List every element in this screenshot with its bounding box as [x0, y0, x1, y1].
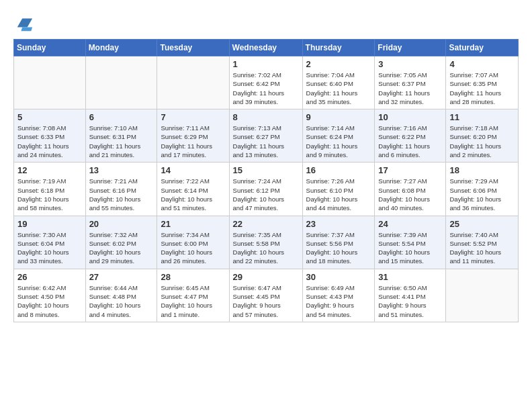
day-info: Sunrise: 7:10 AM Sunset: 6:31 PM Dayligh…: [89, 124, 154, 159]
calendar-body: 1Sunrise: 7:02 AM Sunset: 6:42 PM Daylig…: [14, 56, 519, 322]
day-number: 13: [89, 165, 154, 175]
calendar-cell: 13Sunrise: 7:21 AM Sunset: 6:16 PM Dayli…: [85, 163, 157, 216]
day-number: 18: [449, 165, 515, 175]
day-number: 30: [306, 272, 371, 282]
svg-marker-0: [17, 18, 32, 27]
day-number: 24: [378, 219, 442, 229]
page: SundayMondayTuesdayWednesdayThursdayFrid…: [0, 0, 532, 336]
day-info: Sunrise: 7:29 AM Sunset: 6:06 PM Dayligh…: [449, 177, 515, 212]
week-row-4: 19Sunrise: 7:30 AM Sunset: 6:04 PM Dayli…: [14, 216, 519, 269]
calendar-cell: 27Sunrise: 6:44 AM Sunset: 4:48 PM Dayli…: [85, 269, 157, 322]
weekday-header-tuesday: Tuesday: [157, 40, 229, 56]
day-number: 16: [306, 165, 371, 175]
calendar-cell: 31Sunrise: 6:50 AM Sunset: 4:41 PM Dayli…: [375, 269, 446, 322]
weekday-header-thursday: Thursday: [302, 40, 375, 56]
week-row-1: 1Sunrise: 7:02 AM Sunset: 6:42 PM Daylig…: [14, 56, 519, 109]
day-info: Sunrise: 7:04 AM Sunset: 6:40 PM Dayligh…: [306, 71, 371, 106]
calendar-cell: 25Sunrise: 7:40 AM Sunset: 5:52 PM Dayli…: [446, 216, 519, 269]
calendar-cell: 16Sunrise: 7:26 AM Sunset: 6:10 PM Dayli…: [302, 163, 375, 216]
day-info: Sunrise: 7:35 AM Sunset: 5:58 PM Dayligh…: [233, 230, 299, 266]
day-number: 11: [449, 112, 515, 122]
day-number: 6: [89, 112, 154, 122]
day-info: Sunrise: 7:34 AM Sunset: 6:00 PM Dayligh…: [161, 230, 225, 266]
calendar-cell: 1Sunrise: 7:02 AM Sunset: 6:42 PM Daylig…: [229, 56, 302, 109]
calendar-cell: [157, 56, 229, 109]
day-number: 19: [17, 219, 82, 229]
day-number: 31: [378, 272, 442, 282]
calendar-cell: 14Sunrise: 7:22 AM Sunset: 6:14 PM Dayli…: [157, 163, 229, 216]
calendar-cell: 9Sunrise: 7:14 AM Sunset: 6:24 PM Daylig…: [302, 109, 375, 163]
day-info: Sunrise: 6:45 AM Sunset: 4:47 PM Dayligh…: [161, 283, 225, 319]
day-info: Sunrise: 7:26 AM Sunset: 6:10 PM Dayligh…: [306, 177, 371, 212]
weekday-header-saturday: Saturday: [446, 40, 519, 56]
day-number: 26: [17, 272, 82, 282]
day-info: Sunrise: 6:44 AM Sunset: 4:48 PM Dayligh…: [89, 283, 154, 319]
calendar-cell: 6Sunrise: 7:10 AM Sunset: 6:31 PM Daylig…: [85, 109, 157, 163]
day-info: Sunrise: 7:21 AM Sunset: 6:16 PM Dayligh…: [89, 177, 154, 212]
day-info: Sunrise: 7:05 AM Sunset: 6:37 PM Dayligh…: [378, 71, 442, 106]
weekday-row: SundayMondayTuesdayWednesdayThursdayFrid…: [14, 40, 519, 56]
calendar-cell: [14, 56, 86, 109]
calendar-cell: 12Sunrise: 7:19 AM Sunset: 6:18 PM Dayli…: [14, 163, 86, 216]
day-number: 10: [378, 112, 442, 122]
day-number: 21: [161, 219, 225, 229]
day-number: 9: [306, 112, 371, 122]
day-number: 22: [233, 219, 299, 229]
day-number: 25: [449, 219, 515, 229]
day-info: Sunrise: 7:02 AM Sunset: 6:42 PM Dayligh…: [233, 71, 299, 106]
day-info: Sunrise: 7:24 AM Sunset: 6:12 PM Dayligh…: [233, 177, 299, 212]
calendar-cell: 28Sunrise: 6:45 AM Sunset: 4:47 PM Dayli…: [157, 269, 229, 322]
day-info: Sunrise: 7:39 AM Sunset: 5:54 PM Dayligh…: [378, 230, 442, 266]
calendar-cell: 20Sunrise: 7:32 AM Sunset: 6:02 PM Dayli…: [85, 216, 157, 269]
calendar-cell: [85, 56, 157, 109]
day-number: 2: [306, 59, 371, 69]
day-number: 20: [89, 219, 154, 229]
day-number: 29: [233, 272, 299, 282]
day-info: Sunrise: 7:18 AM Sunset: 6:20 PM Dayligh…: [449, 124, 515, 159]
calendar-cell: 18Sunrise: 7:29 AM Sunset: 6:06 PM Dayli…: [446, 163, 519, 216]
calendar-cell: 8Sunrise: 7:13 AM Sunset: 6:27 PM Daylig…: [229, 109, 302, 163]
calendar-cell: 24Sunrise: 7:39 AM Sunset: 5:54 PM Dayli…: [375, 216, 446, 269]
day-number: 28: [161, 272, 225, 282]
day-info: Sunrise: 7:37 AM Sunset: 5:56 PM Dayligh…: [306, 230, 371, 266]
calendar-header: SundayMondayTuesdayWednesdayThursdayFrid…: [14, 40, 519, 56]
weekday-header-friday: Friday: [375, 40, 446, 56]
calendar-cell: 17Sunrise: 7:27 AM Sunset: 6:08 PM Dayli…: [375, 163, 446, 216]
week-row-3: 12Sunrise: 7:19 AM Sunset: 6:18 PM Dayli…: [14, 163, 519, 216]
calendar-cell: 26Sunrise: 6:42 AM Sunset: 4:50 PM Dayli…: [14, 269, 86, 322]
calendar-cell: 2Sunrise: 7:04 AM Sunset: 6:40 PM Daylig…: [302, 56, 375, 109]
day-info: Sunrise: 7:14 AM Sunset: 6:24 PM Dayligh…: [306, 124, 371, 159]
day-info: Sunrise: 7:07 AM Sunset: 6:35 PM Dayligh…: [449, 71, 515, 106]
day-info: Sunrise: 6:42 AM Sunset: 4:50 PM Dayligh…: [17, 283, 82, 319]
calendar-cell: 7Sunrise: 7:11 AM Sunset: 6:29 PM Daylig…: [157, 109, 229, 163]
week-row-5: 26Sunrise: 6:42 AM Sunset: 4:50 PM Dayli…: [14, 269, 519, 322]
calendar-cell: 23Sunrise: 7:37 AM Sunset: 5:56 PM Dayli…: [302, 216, 375, 269]
day-number: 3: [378, 59, 442, 69]
day-info: Sunrise: 7:16 AM Sunset: 6:22 PM Dayligh…: [378, 124, 442, 159]
weekday-header-monday: Monday: [85, 40, 157, 56]
calendar: SundayMondayTuesdayWednesdayThursdayFrid…: [13, 39, 519, 322]
calendar-cell: 19Sunrise: 7:30 AM Sunset: 6:04 PM Dayli…: [14, 216, 86, 269]
day-info: Sunrise: 7:19 AM Sunset: 6:18 PM Dayligh…: [17, 177, 82, 212]
calendar-cell: 21Sunrise: 7:34 AM Sunset: 6:00 PM Dayli…: [157, 216, 229, 269]
day-number: 8: [233, 112, 299, 122]
weekday-header-sunday: Sunday: [14, 40, 86, 56]
day-info: Sunrise: 6:50 AM Sunset: 4:41 PM Dayligh…: [378, 283, 442, 319]
day-info: Sunrise: 7:32 AM Sunset: 6:02 PM Dayligh…: [89, 230, 154, 266]
day-info: Sunrise: 7:08 AM Sunset: 6:33 PM Dayligh…: [17, 124, 82, 159]
day-number: 12: [17, 165, 82, 175]
day-number: 27: [89, 272, 154, 282]
calendar-cell: 4Sunrise: 7:07 AM Sunset: 6:35 PM Daylig…: [446, 56, 519, 109]
day-info: Sunrise: 6:47 AM Sunset: 4:45 PM Dayligh…: [233, 283, 299, 319]
header: [13, 11, 519, 32]
calendar-cell: 22Sunrise: 7:35 AM Sunset: 5:58 PM Dayli…: [229, 216, 302, 269]
svg-marker-1: [21, 28, 32, 32]
weekday-header-wednesday: Wednesday: [229, 40, 302, 56]
week-row-2: 5Sunrise: 7:08 AM Sunset: 6:33 PM Daylig…: [14, 109, 519, 163]
day-info: Sunrise: 7:22 AM Sunset: 6:14 PM Dayligh…: [161, 177, 225, 212]
day-info: Sunrise: 7:30 AM Sunset: 6:04 PM Dayligh…: [17, 230, 82, 266]
calendar-cell: 3Sunrise: 7:05 AM Sunset: 6:37 PM Daylig…: [375, 56, 446, 109]
calendar-cell: 5Sunrise: 7:08 AM Sunset: 6:33 PM Daylig…: [14, 109, 86, 163]
calendar-cell: [446, 269, 519, 322]
calendar-cell: 29Sunrise: 6:47 AM Sunset: 4:45 PM Dayli…: [229, 269, 302, 322]
